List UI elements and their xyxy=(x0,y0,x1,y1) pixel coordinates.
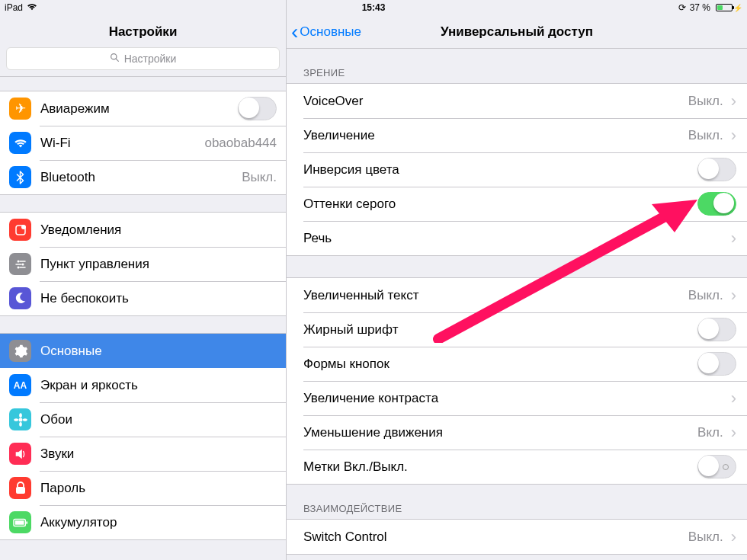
sidebar-item-label: Экран и яркость xyxy=(40,378,277,393)
detail-row-метки-вкл-выкл-[interactable]: Метки Вкл./Выкл. xyxy=(287,450,747,484)
notifications-icon xyxy=(9,219,31,241)
svg-point-10 xyxy=(18,418,22,421)
sidebar-item-label: Не беспокоить xyxy=(40,291,277,306)
passcode-icon xyxy=(9,477,31,499)
detail-title: Универсальный доступ xyxy=(441,24,593,40)
svg-point-6 xyxy=(21,263,24,265)
dnd-icon xyxy=(9,287,31,309)
detail-row-уменьшение-движения[interactable]: Уменьшение движенияВкл.› xyxy=(287,415,747,450)
sidebar-item-label: Пароль xyxy=(40,481,277,496)
settings-sidebar: Настройки Настройки ✈︎АвиарежимWi-Fiobao… xyxy=(0,0,287,560)
battery-icon: ⚡ xyxy=(714,4,742,12)
wifi-icon xyxy=(9,132,31,154)
detail-row-voiceover[interactable]: VoiceOverВыкл.› xyxy=(287,84,747,118)
sidebar-item-label: Bluetooth xyxy=(40,170,242,185)
detail-row-value: Вкл. xyxy=(697,425,723,440)
detail-row-увеличение[interactable]: УвеличениеВыкл.› xyxy=(287,118,747,152)
chevron-right-icon: › xyxy=(731,529,736,546)
chevron-right-icon: › xyxy=(731,287,736,304)
sidebar-item-bluetooth[interactable]: BluetoothВыкл. xyxy=(0,160,286,194)
detail-row-switch-control[interactable]: Switch ControlВыкл.› xyxy=(287,520,747,554)
airplane-icon: ✈︎ xyxy=(9,98,31,120)
sidebar-item-label: Wi-Fi xyxy=(40,136,204,151)
section-header: ЗРЕНИЕ xyxy=(287,49,747,83)
detail-row-value: Выкл. xyxy=(688,530,723,545)
sidebar-item-label: Пункт управления xyxy=(40,257,277,272)
detail-row-формы-кнопок[interactable]: Формы кнопок xyxy=(287,347,747,381)
back-button[interactable]: ‹ Основные xyxy=(291,15,361,48)
sidebar-item-label: Авиарежим xyxy=(40,101,238,117)
detail-navbar: ‹ Основные Универсальный доступ xyxy=(287,15,747,49)
detail-row-инверсия-цвета[interactable]: Инверсия цвета xyxy=(287,152,747,187)
toggle-switch[interactable] xyxy=(697,192,736,216)
detail-row-увеличение-контраста[interactable]: Увеличение контраста› xyxy=(287,381,747,415)
detail-row-label: Уменьшение движения xyxy=(303,425,697,440)
clock: 15:43 xyxy=(362,2,386,13)
general-icon xyxy=(9,340,31,362)
toggle-switch[interactable] xyxy=(697,158,736,181)
back-label: Основные xyxy=(300,24,361,40)
wifi-icon xyxy=(27,2,37,13)
search-icon xyxy=(110,53,120,65)
detail-row-label: Инверсия цвета xyxy=(303,162,697,178)
svg-point-4 xyxy=(17,260,19,262)
detail-panel: ‹ Основные Универсальный доступ ЗРЕНИЕVo… xyxy=(287,0,747,560)
sidebar-item-label: Уведомления xyxy=(40,222,277,238)
detail-row-label: Метки Вкл./Выкл. xyxy=(303,459,697,475)
svg-rect-15 xyxy=(16,487,25,494)
status-bar: iPad 15:43 ⟳ 37 % ⚡ xyxy=(0,0,747,15)
detail-row-label: Речь xyxy=(303,231,728,246)
svg-point-3 xyxy=(21,225,26,229)
detail-row-value: Выкл. xyxy=(688,128,723,143)
svg-rect-17 xyxy=(26,521,27,524)
sidebar-item-battery[interactable]: Аккумулятор xyxy=(0,505,286,539)
detail-row-label: Увеличенный текст xyxy=(303,288,688,303)
sidebar-item-wallpaper[interactable]: Обои xyxy=(0,402,286,437)
svg-point-8 xyxy=(17,266,19,268)
control-center-icon xyxy=(9,253,31,275)
search-input[interactable]: Настройки xyxy=(6,47,280,70)
search-placeholder: Настройки xyxy=(124,53,177,65)
sidebar-item-passcode[interactable]: Пароль xyxy=(0,471,286,505)
sidebar-item-label: Звуки xyxy=(40,446,277,462)
sidebar-item-airplane[interactable]: ✈︎Авиарежим xyxy=(0,91,286,126)
chevron-right-icon: › xyxy=(731,424,736,441)
detail-row-label: Увеличение контраста xyxy=(303,391,728,406)
sounds-icon xyxy=(9,443,31,465)
svg-point-11 xyxy=(19,413,22,418)
battery-pct: 37 % xyxy=(690,2,710,13)
chevron-right-icon: › xyxy=(731,93,736,110)
wallpaper-icon xyxy=(9,408,31,430)
detail-row-label: Оттенки серого xyxy=(303,197,697,212)
chevron-left-icon: ‹ xyxy=(291,21,298,43)
toggle-switch[interactable] xyxy=(697,352,736,376)
sidebar-item-general[interactable]: Основные xyxy=(0,334,286,368)
sidebar-item-sounds[interactable]: Звуки xyxy=(0,437,286,471)
detail-row-жирный-шрифт[interactable]: Жирный шрифт xyxy=(287,312,747,347)
detail-row-value: Выкл. xyxy=(688,94,723,109)
sidebar-item-notifications[interactable]: Уведомления xyxy=(0,213,286,247)
sidebar-item-control-center[interactable]: Пункт управления xyxy=(0,247,286,281)
sidebar-item-wifi[interactable]: Wi-Fiobaobab444 xyxy=(0,126,286,160)
toggle-switch[interactable] xyxy=(238,97,277,120)
chevron-right-icon: › xyxy=(731,390,736,407)
sidebar-item-dnd[interactable]: Не беспокоить xyxy=(0,281,286,315)
sidebar-item-label: Аккумулятор xyxy=(40,515,277,530)
toggle-switch[interactable] xyxy=(697,455,736,478)
detail-row-label: Switch Control xyxy=(303,530,688,545)
sidebar-item-display[interactable]: AAЭкран и яркость xyxy=(0,368,286,402)
sidebar-item-detail: obaobab444 xyxy=(204,136,277,151)
detail-row-речь[interactable]: Речь› xyxy=(287,221,747,255)
section-header: ВЗАИМОДЕЙСТВИЕ xyxy=(287,485,747,519)
bluetooth-icon xyxy=(9,166,31,188)
detail-row-увеличенный-текст[interactable]: Увеличенный текстВыкл.› xyxy=(287,278,747,312)
device-label: iPad xyxy=(5,2,23,13)
detail-row-оттенки-серого[interactable]: Оттенки серого xyxy=(287,187,747,221)
detail-row-label: Жирный шрифт xyxy=(303,322,697,338)
sidebar-title: Настройки xyxy=(0,15,286,47)
chevron-right-icon: › xyxy=(731,230,736,247)
toggle-switch[interactable] xyxy=(697,318,736,341)
svg-point-13 xyxy=(14,418,18,421)
chevron-right-icon: › xyxy=(731,127,736,144)
svg-rect-18 xyxy=(14,520,24,524)
